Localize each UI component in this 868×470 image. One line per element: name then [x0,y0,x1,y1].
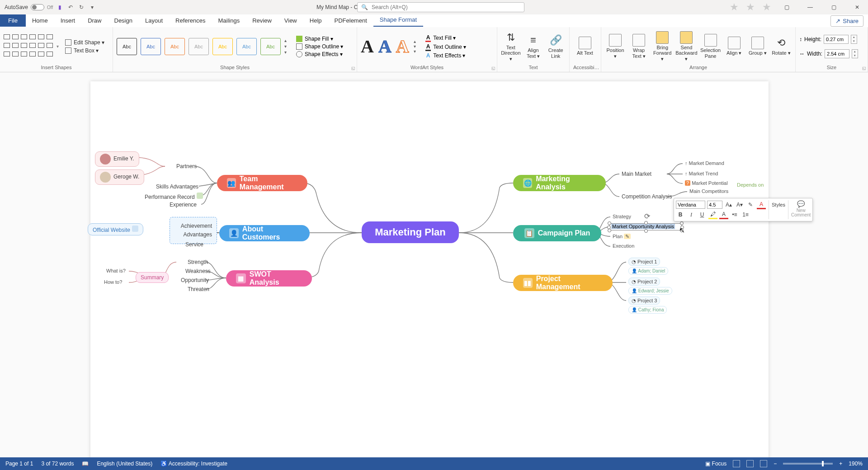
italic-button[interactable]: I [687,210,696,219]
wrap-text-button[interactable]: Wrap Text ▾ [628,34,649,58]
leaf-project-3[interactable]: ◔ Project 3 [628,297,660,304]
shape-style-gallery[interactable]: Abc Abc Abc Abc Abc Abc Abc ▴▾▾ [117,38,292,55]
rotate-button[interactable]: ⟲Rotate ▾ [771,37,792,56]
alt-text-button[interactable]: Alt Text [573,37,597,56]
highlight-icon[interactable]: 🖍 [708,210,717,219]
leaf-project-2[interactable]: ◔ Project 2 [628,278,660,285]
tab-draw[interactable]: Draw [81,14,108,27]
leaf-skills[interactable]: Skills Advantages [156,183,198,190]
wordart-swatch[interactable]: A [378,36,392,57]
tab-shape-format[interactable]: Shape Format [373,14,423,27]
style-swatch[interactable]: Abc [236,38,257,55]
qat-more-icon[interactable]: ▾ [88,3,96,11]
dialog-launcher-icon[interactable]: ◱ [491,66,495,70]
leaf-project-2-people[interactable]: 👤 Edward; Jessie [628,287,672,294]
node-about-customers[interactable]: 👤About Customers [219,225,310,241]
selected-text-box[interactable]: Market Opportunity Analysis ⟳ [609,223,682,230]
gallery-more-icon[interactable]: ▾ [57,44,59,49]
spellcheck-icon[interactable]: 📖 [82,461,89,467]
tab-mailings[interactable]: Mailings [212,14,246,27]
tab-references[interactable]: References [169,14,212,27]
style-swatch[interactable]: Abc [189,38,209,55]
new-comment-button[interactable]: New Comment [791,208,811,217]
wordart-swatch[interactable]: A [396,36,409,57]
leaf-market-demand[interactable]: ↑ Market Demand [685,160,724,166]
leaf-experience[interactable]: Experience [170,202,197,208]
save-icon[interactable]: ▮ [56,3,64,11]
text-box-button[interactable]: Text Box ▾ [65,47,104,54]
leaf-strategy[interactable]: Strategy [613,214,631,219]
leaf-partners[interactable]: Partners [176,163,197,169]
node-marketing-analysis[interactable]: 🌐Marketing Analysis [513,175,606,191]
zoom-in-button[interactable]: + [839,461,842,467]
status-page[interactable]: Page 1 of 1 [5,461,33,467]
bullets-icon[interactable]: •≡ [730,210,739,219]
font-color-icon[interactable]: A [757,200,766,209]
node-swot-analysis[interactable]: ▦SWOT Analysis [226,270,312,287]
share-button[interactable]: ↗ Share [830,15,863,27]
tab-review[interactable]: Review [246,14,278,27]
dialog-launcher-icon[interactable]: ◱ [862,66,866,70]
node-project-management[interactable]: ▮▮Project Management [513,275,613,291]
tab-file[interactable]: File [0,14,26,27]
position-button[interactable]: Position ▾ [605,34,626,58]
tab-insert[interactable]: Insert [54,14,82,27]
bold-button[interactable]: B [676,210,685,219]
text-direction-button[interactable]: ⇅Text Direction ▾ [501,31,521,61]
grow-font-icon[interactable]: A▴ [724,200,733,209]
format-painter-icon[interactable]: ✎ [746,200,755,209]
leaf-performance[interactable]: Performance Record [145,193,203,200]
read-mode-icon[interactable] [733,460,740,467]
tab-home[interactable]: Home [26,14,54,27]
mini-size-input[interactable] [707,201,722,209]
gallery-more-icon[interactable]: ▴▾▾ [414,39,421,54]
style-swatch[interactable]: Abc [165,38,185,55]
shape-outline-button[interactable]: Shape Outline ▾ [296,43,343,50]
leaf-what-is[interactable]: What is? [106,268,126,273]
leaf-project-3-people[interactable]: 👤 Cathy; Fiona [628,306,667,313]
align-text-button[interactable]: ≡Align Text ▾ [524,34,543,58]
group-objects-button[interactable]: Group ▾ [747,37,768,56]
tab-design[interactable]: Design [108,14,139,27]
text-outline-button[interactable]: AText Outline ▾ [425,43,466,51]
zoom-slider[interactable] [783,463,833,465]
leaf-service[interactable]: Service [185,241,203,248]
leaf-how-to[interactable]: How to? [104,279,122,285]
leaf-market-trend[interactable]: ↑ Market Trend [685,171,718,176]
node-campaign-plan[interactable]: 📋Campaign Plan [513,225,601,241]
selection-pane-button[interactable]: Selection Pane [700,34,721,58]
leaf-plan[interactable]: Plan ✎ [613,234,631,240]
node-team-management[interactable]: 👥Team Management [217,175,307,191]
tab-layout[interactable]: Layout [139,14,169,27]
leaf-execution[interactable]: Execution [613,243,634,249]
shape-effects-button[interactable]: Shape Effects ▾ [296,51,343,57]
leaf-competition[interactable]: Competition Analysis [622,193,672,200]
underline-button[interactable]: U [698,210,707,219]
height-input[interactable] [824,35,849,44]
tab-view[interactable]: View [278,14,303,27]
width-spinner[interactable]: ▴▾ [852,49,858,58]
font-color2-icon[interactable]: A [719,210,728,219]
focus-button[interactable]: ▣ Focus [705,461,726,467]
web-layout-icon[interactable] [760,460,767,467]
style-swatch[interactable]: Abc [260,38,281,55]
maximize-icon[interactable]: ▢ [826,2,842,13]
height-spinner[interactable]: ▴▾ [851,35,857,44]
bring-forward-button[interactable]: Bring Forward ▾ [652,31,673,61]
status-accessibility[interactable]: ♿ Accessibility: Investigate [160,461,227,467]
style-swatch[interactable]: Abc [141,38,161,55]
create-link-button[interactable]: 🔗Create Link [546,34,566,58]
undo-icon[interactable]: ↶ [66,3,75,11]
shapes-gallery[interactable] [4,34,54,59]
leaf-project-1[interactable]: ◔ Project 1 [628,258,660,265]
tab-help[interactable]: Help [303,14,328,27]
rotate-handle-icon[interactable]: ⟳ [644,212,650,221]
leaf-moa[interactable]: Market Opportunity Analysis [611,224,675,229]
close-icon[interactable]: ✕ [849,2,865,13]
text-fill-button[interactable]: AText Fill ▾ [425,34,466,42]
ribbon-display-icon[interactable]: ▢ [778,2,795,13]
style-swatch[interactable]: Abc [212,38,233,55]
redo-icon[interactable]: ↻ [77,3,85,11]
new-comment-icon[interactable]: 💬 [797,200,805,207]
leaf-threaten[interactable]: Threaten [188,286,209,292]
